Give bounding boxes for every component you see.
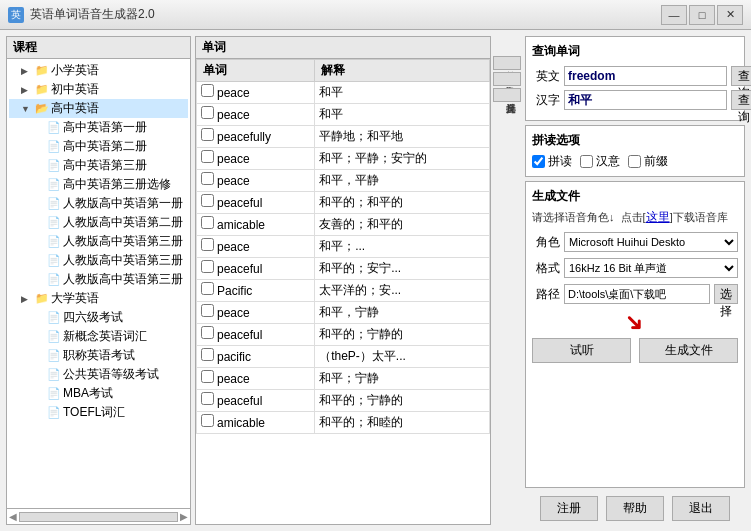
tree-scrollbar[interactable]: ◀ ▶ (7, 508, 190, 524)
word-checkbox[interactable] (201, 172, 214, 185)
word-checkbox[interactable] (201, 370, 214, 383)
table-row[interactable]: pacific（theP-）太平... (197, 346, 490, 368)
word-checkbox[interactable] (201, 128, 214, 141)
word-checkbox[interactable] (201, 392, 214, 405)
word-checkbox[interactable] (201, 84, 214, 97)
word-checkbox[interactable] (201, 304, 214, 317)
table-row[interactable]: peace和平；平静；安宁的 (197, 148, 490, 170)
meaning-cell: 太平洋的；安... (315, 280, 490, 302)
word-checkbox[interactable] (201, 260, 214, 273)
tree-label: 高中英语第三册选修 (63, 176, 171, 193)
register-btn[interactable]: 注册 (540, 496, 598, 521)
close-button[interactable]: ✕ (717, 5, 743, 25)
table-row[interactable]: peace和平；宁静 (197, 368, 490, 390)
tree-label: 人教版高中英语第三册 (63, 233, 183, 250)
generate-file-btn[interactable]: 生成文件 (639, 338, 738, 363)
exit-btn[interactable]: 退出 (672, 496, 730, 521)
role-select[interactable]: Microsoft Huihui Deskto (564, 232, 738, 252)
tree-item-senior2[interactable]: 📄 高中英语第二册 (9, 137, 188, 156)
english-query-btn[interactable]: 查询 (731, 66, 751, 86)
word-table[interactable]: 单词 解释 peace和平peace和平peacefully平静地；和平地pea… (196, 59, 490, 524)
word-checkbox[interactable] (201, 238, 214, 251)
file-icon: 📄 (47, 311, 61, 324)
word-checkbox[interactable] (201, 326, 214, 339)
tree-item-pep4[interactable]: 📄 人教版高中英语第三册 (9, 251, 188, 270)
word-checkbox[interactable] (201, 414, 214, 427)
tree-item-university[interactable]: ▶ 📁 大学英语 (9, 289, 188, 308)
table-row[interactable]: peacefully平静地；和平地 (197, 126, 490, 148)
meaning-cell: 和平；宁静 (315, 368, 490, 390)
tree-item-public[interactable]: 📄 公共英语等级考试 (9, 365, 188, 384)
generate-actions: 试听 生成文件 (532, 338, 738, 363)
minimize-button[interactable]: — (661, 5, 687, 25)
table-row[interactable]: peace和平；... (197, 236, 490, 258)
chinese-query-btn[interactable]: 查询 (731, 90, 751, 110)
tree-item-junior[interactable]: ▶ 📁 初中英语 (9, 80, 188, 99)
english-input[interactable] (564, 66, 727, 86)
spell-option-hanzi[interactable]: 汉意 (580, 153, 620, 170)
prefix-checkbox[interactable] (628, 155, 641, 168)
chinese-input[interactable] (564, 90, 727, 110)
meaning-cell: 和平 (315, 82, 490, 104)
word-checkbox[interactable] (201, 282, 214, 295)
tree-item-newconcept[interactable]: 📄 新概念英语词汇 (9, 327, 188, 346)
file-icon: 📄 (47, 349, 61, 362)
format-row: 格式 16kHz 16 Bit 单声道 (532, 258, 738, 278)
table-row[interactable]: amicable和平的；和睦的 (197, 412, 490, 434)
tree-item-pep2[interactable]: 📄 人教版高中英语第二册 (9, 213, 188, 232)
hanzi-checkbox[interactable] (580, 155, 593, 168)
table-row[interactable]: Pacific太平洋的；安... (197, 280, 490, 302)
tree-item-professional[interactable]: 📄 职称英语考试 (9, 346, 188, 365)
word-checkbox[interactable] (201, 348, 214, 361)
spell-option-prefix[interactable]: 前缀 (628, 153, 668, 170)
tree-item-senior3sel[interactable]: 📄 高中英语第三册选修 (9, 175, 188, 194)
tree-label: 人教版高中英语第二册 (63, 214, 183, 231)
tree-item-pep1[interactable]: 📄 人教版高中英语第一册 (9, 194, 188, 213)
select-all-button[interactable]: 全部选择 (493, 56, 521, 70)
tree-label: 高中英语 (51, 100, 99, 117)
help-btn[interactable]: 帮助 (606, 496, 664, 521)
file-icon: 📄 (47, 273, 61, 286)
format-label: 格式 (532, 260, 560, 277)
spell-title: 拼读选项 (532, 132, 738, 149)
spell-checkbox[interactable] (532, 155, 545, 168)
tree-item-cet[interactable]: 📄 四六级考试 (9, 308, 188, 327)
table-row[interactable]: peaceful和平的；宁静的 (197, 390, 490, 412)
expand-icon: ▼ (21, 104, 33, 114)
tree-item-senior[interactable]: ▼ 📂 高中英语 (9, 99, 188, 118)
table-row[interactable]: peaceful和平的；和平的 (197, 192, 490, 214)
select-path-btn[interactable]: 选择 (714, 284, 738, 304)
table-row[interactable]: peaceful和平的；安宁... (197, 258, 490, 280)
table-row[interactable]: peaceful和平的；宁静的 (197, 324, 490, 346)
word-checkbox[interactable] (201, 216, 214, 229)
word-checkbox[interactable] (201, 194, 214, 207)
format-select[interactable]: 16kHz 16 Bit 单声道 (564, 258, 738, 278)
table-row[interactable]: peace和平 (197, 82, 490, 104)
word-checkbox[interactable] (201, 150, 214, 163)
spell-option-spell[interactable]: 拼读 (532, 153, 572, 170)
spell-options: 拼读 汉意 前缀 (532, 153, 738, 170)
deselect-button[interactable]: 取消选择 (493, 72, 521, 86)
path-input[interactable] (564, 284, 710, 304)
tree-container[interactable]: ▶ 📁 小学英语 ▶ 📁 初中英语 ▼ 📂 高中英语 📄 高中英语第一册 (7, 59, 190, 508)
table-row[interactable]: amicable友善的；和平的 (197, 214, 490, 236)
invert-select-button[interactable]: 反向选择 (493, 88, 521, 102)
table-row[interactable]: peace和平，平静 (197, 170, 490, 192)
tree-item-senior3[interactable]: 📄 高中英语第三册 (9, 156, 188, 175)
tree-item-toefl[interactable]: 📄 TOEFL词汇 (9, 403, 188, 422)
tree-item-pep5[interactable]: 📄 人教版高中英语第三册 (9, 270, 188, 289)
tree-item-primary[interactable]: ▶ 📁 小学英语 (9, 61, 188, 80)
tree-item-pep3[interactable]: 📄 人教版高中英语第三册 (9, 232, 188, 251)
side-buttons: 全部选择 取消选择 反向选择 (493, 56, 521, 525)
word-checkbox[interactable] (201, 106, 214, 119)
table-row[interactable]: peace和平，宁静 (197, 302, 490, 324)
download-link[interactable]: 这里 (646, 210, 670, 224)
word-cell: peaceful (197, 192, 315, 214)
meaning-cell: 和平，平静 (315, 170, 490, 192)
listen-btn[interactable]: 试听 (532, 338, 631, 363)
tree-item-mba[interactable]: 📄 MBA考试 (9, 384, 188, 403)
maximize-button[interactable]: □ (689, 5, 715, 25)
file-icon: 📄 (47, 235, 61, 248)
table-row[interactable]: peace和平 (197, 104, 490, 126)
tree-item-senior1[interactable]: 📄 高中英语第一册 (9, 118, 188, 137)
